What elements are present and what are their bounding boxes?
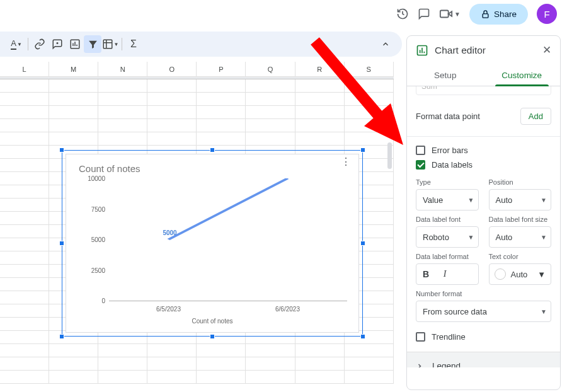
cell[interactable] <box>98 132 147 145</box>
column-header[interactable]: L <box>0 62 49 76</box>
cell[interactable] <box>0 251 49 264</box>
trendline-checkbox[interactable] <box>416 332 425 342</box>
column-header[interactable]: S <box>345 62 394 76</box>
cell[interactable] <box>345 119 394 132</box>
cell[interactable] <box>0 344 49 357</box>
cell[interactable] <box>147 344 197 357</box>
meet-button[interactable]: ▼ <box>439 7 461 21</box>
cell[interactable] <box>0 357 49 370</box>
cell[interactable] <box>246 132 295 145</box>
cell[interactable] <box>147 106 197 118</box>
cell[interactable] <box>98 371 147 383</box>
cell[interactable] <box>0 318 49 330</box>
cell[interactable] <box>0 304 49 317</box>
bold-button[interactable]: B <box>416 269 435 279</box>
cell[interactable] <box>49 79 98 92</box>
cell[interactable] <box>345 132 394 145</box>
cell[interactable] <box>246 357 295 370</box>
cell[interactable] <box>0 331 49 343</box>
share-button[interactable]: Share <box>469 4 528 25</box>
cell[interactable] <box>295 132 345 145</box>
cell[interactable] <box>345 344 394 357</box>
textcolor-select[interactable]: Auto▼ <box>489 263 552 285</box>
cell[interactable] <box>0 185 49 198</box>
cell[interactable] <box>345 93 394 105</box>
column-header[interactable]: Q <box>246 62 295 76</box>
resize-handle[interactable] <box>59 147 64 153</box>
legend-section[interactable]: Legend <box>407 352 560 367</box>
cell[interactable] <box>295 344 345 357</box>
tab-customize[interactable]: Customize <box>484 64 561 86</box>
chart-object[interactable]: Count of notes ⋮ 10000 7500 5000 2500 0 … <box>62 150 363 337</box>
cell[interactable] <box>147 119 197 132</box>
cell[interactable] <box>246 106 295 118</box>
cell[interactable] <box>295 93 345 105</box>
number-format-select[interactable]: From source data▼ <box>416 301 551 322</box>
cell[interactable] <box>98 79 147 92</box>
type-select[interactable]: Value▼ <box>416 189 479 210</box>
cell[interactable] <box>295 79 345 92</box>
history-icon[interactable] <box>396 8 409 20</box>
resize-handle[interactable] <box>360 334 365 339</box>
cell[interactable] <box>49 344 98 357</box>
filter-icon[interactable] <box>84 35 101 53</box>
truncated-dropdown[interactable]: Sum <box>416 86 551 95</box>
cell[interactable] <box>197 344 246 357</box>
add-button[interactable]: Add <box>520 108 551 125</box>
cell[interactable] <box>0 106 49 118</box>
fontsize-select[interactable]: Auto▼ <box>489 226 552 248</box>
cell[interactable] <box>246 119 295 132</box>
cell[interactable] <box>98 119 147 132</box>
resize-handle[interactable] <box>210 147 215 153</box>
resize-handle[interactable] <box>210 334 215 339</box>
cell[interactable] <box>0 132 49 145</box>
cell[interactable] <box>295 106 345 118</box>
cell[interactable] <box>0 238 49 251</box>
cell[interactable] <box>49 132 98 145</box>
tab-setup[interactable]: Setup <box>407 64 484 86</box>
cell[interactable] <box>197 371 246 383</box>
cell[interactable] <box>295 357 345 370</box>
cell[interactable] <box>98 93 147 105</box>
cell[interactable] <box>49 357 98 370</box>
font-select[interactable]: Roboto▼ <box>416 226 479 248</box>
cell[interactable] <box>49 119 98 132</box>
cell[interactable] <box>246 344 295 357</box>
insert-link-icon[interactable] <box>31 35 49 53</box>
italic-button[interactable]: I <box>435 269 454 279</box>
column-header[interactable]: N <box>98 62 147 76</box>
collapse-toolbar-icon[interactable] <box>377 35 394 53</box>
comment-icon[interactable] <box>418 8 430 20</box>
cell[interactable] <box>0 172 49 185</box>
cell[interactable] <box>197 119 246 132</box>
cell[interactable] <box>98 106 147 118</box>
cell[interactable] <box>0 119 49 132</box>
cell[interactable] <box>98 357 147 370</box>
filter-views-icon[interactable]: ▼ <box>101 35 119 53</box>
cell[interactable] <box>98 344 147 357</box>
cell[interactable] <box>345 357 394 370</box>
cell[interactable] <box>246 371 295 383</box>
data-labels-checkbox[interactable] <box>416 160 425 170</box>
resize-handle[interactable] <box>360 241 365 246</box>
cell[interactable] <box>147 93 197 105</box>
insert-chart-icon[interactable] <box>66 35 84 53</box>
cell[interactable] <box>345 106 394 118</box>
cell[interactable] <box>197 106 246 118</box>
cell[interactable] <box>49 371 98 383</box>
text-color-icon[interactable]: A▼ <box>8 35 25 53</box>
functions-icon[interactable]: Σ <box>125 35 142 53</box>
cell[interactable] <box>345 371 394 383</box>
column-header[interactable]: M <box>49 62 98 76</box>
cell[interactable] <box>197 357 246 370</box>
cell[interactable] <box>295 119 345 132</box>
cell[interactable] <box>147 371 197 383</box>
cell[interactable] <box>197 79 246 92</box>
cell[interactable] <box>246 93 295 105</box>
cell[interactable] <box>0 225 49 238</box>
chart-menu-icon[interactable]: ⋮ <box>341 161 351 163</box>
cell[interactable] <box>0 146 49 158</box>
insert-comment-icon[interactable] <box>49 35 66 53</box>
column-header[interactable]: R <box>295 62 345 76</box>
cell[interactable] <box>49 93 98 105</box>
